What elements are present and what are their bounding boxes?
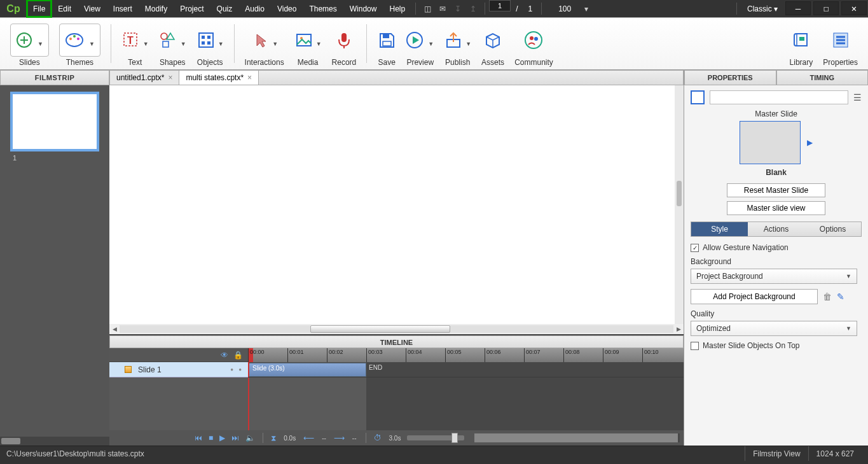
chevron-right-icon[interactable]: ▶ bbox=[807, 138, 813, 147]
menu-edit[interactable]: Edit bbox=[52, 0, 78, 17]
zoom-value[interactable]: 100 bbox=[546, 0, 579, 17]
ribbon-assets[interactable]: Assets bbox=[476, 20, 509, 67]
menu-quiz[interactable]: Quiz bbox=[210, 0, 239, 17]
status-view-mode: Filmstrip View bbox=[745, 446, 808, 461]
checkbox-checked-icon[interactable]: ✓ bbox=[691, 244, 699, 252]
scroll-right-icon[interactable]: ▶ bbox=[673, 326, 684, 332]
ribbon-text[interactable]: T▼ Text bbox=[116, 20, 154, 67]
ribbon-record[interactable]: Record bbox=[327, 20, 362, 67]
lock-icon[interactable]: 🔒 bbox=[233, 351, 243, 360]
timeline-row-label: Slide 1 bbox=[138, 365, 162, 374]
svg-point-26 bbox=[525, 32, 542, 48]
timeline-zoom-slider[interactable] bbox=[407, 435, 464, 440]
menu-view[interactable]: View bbox=[78, 0, 107, 17]
arrow-up-icon[interactable]: ↥ bbox=[465, 0, 481, 17]
menu-help[interactable]: Help bbox=[383, 0, 411, 17]
master-on-top-checkbox-row[interactable]: Master Slide Objects On Top bbox=[691, 341, 862, 350]
mute-icon[interactable]: 🔈 bbox=[244, 433, 256, 442]
checkbox-unchecked-icon[interactable] bbox=[691, 342, 699, 350]
menu-project[interactable]: Project bbox=[174, 0, 210, 17]
layout-icon[interactable]: ◫ bbox=[420, 0, 435, 17]
maximize-button[interactable]: ☐ bbox=[813, 1, 839, 15]
reset-master-slide-button[interactable]: Reset Master Slide bbox=[727, 183, 825, 197]
timeline-track[interactable]: Slide (3.0s) END bbox=[248, 362, 684, 377]
ribbon-save[interactable]: Save bbox=[372, 20, 401, 67]
ribbon-community[interactable]: Community bbox=[509, 20, 558, 67]
bracket-left-icon[interactable]: ⟵ bbox=[302, 433, 315, 442]
eye-icon[interactable]: 👁 bbox=[221, 351, 228, 360]
app-logo: Cp bbox=[0, 0, 27, 17]
scroll-left-icon[interactable]: ◀ bbox=[109, 326, 120, 332]
scrollbar-handle[interactable] bbox=[310, 325, 450, 333]
menu-file[interactable]: File bbox=[27, 0, 52, 17]
zoom-dropdown-icon[interactable]: ▾ bbox=[579, 0, 594, 17]
trash-icon[interactable]: 🗑 bbox=[823, 292, 832, 302]
tab-multi-states[interactable]: multi states.cptx*× bbox=[179, 71, 259, 85]
subtab-options[interactable]: Options bbox=[804, 222, 861, 236]
background-dropdown[interactable]: Project Background▼ bbox=[691, 269, 857, 284]
go-start-icon[interactable]: ⏮ bbox=[193, 433, 203, 442]
add-project-background-button[interactable]: Add Project Background bbox=[691, 289, 818, 304]
menu-insert[interactable]: Insert bbox=[107, 0, 139, 17]
timeline-clip-slide[interactable]: Slide (3.0s) bbox=[248, 363, 366, 377]
workspace-selector[interactable]: Classic ▾ bbox=[741, 0, 784, 17]
minimize-button[interactable]: — bbox=[785, 1, 811, 15]
arrow-down-icon[interactable]: ↧ bbox=[450, 0, 465, 17]
ribbon-publish[interactable]: ▼ Publish bbox=[439, 20, 476, 67]
filmstrip-panel: FILMSTRIP 1 bbox=[0, 70, 109, 446]
tab-properties[interactable]: PROPERTIES bbox=[684, 70, 776, 85]
master-slide-view-button[interactable]: Master slide view bbox=[727, 201, 825, 215]
ribbon-properties[interactable]: Properties bbox=[818, 20, 863, 67]
close-button[interactable]: ✕ bbox=[841, 1, 867, 15]
page-current-input[interactable] bbox=[489, 0, 511, 11]
ribbon-separator bbox=[111, 24, 111, 63]
timeline-scrollbar[interactable] bbox=[474, 433, 680, 442]
close-icon[interactable]: × bbox=[247, 73, 252, 82]
vertical-scrollbar[interactable] bbox=[677, 181, 682, 206]
slide-canvas[interactable] bbox=[109, 85, 684, 324]
allow-gesture-checkbox-row[interactable]: ✓ Allow Gesture Navigation bbox=[691, 243, 862, 252]
play-icon[interactable]: ▶ bbox=[218, 433, 226, 442]
timeline-ruler[interactable]: 00:00 00:01 00:02 00:03 00:04 00:05 00:0… bbox=[248, 348, 684, 362]
subtab-style[interactable]: Style bbox=[691, 222, 748, 236]
divider bbox=[541, 3, 542, 15]
menu-video[interactable]: Video bbox=[271, 0, 303, 17]
playhead-line[interactable] bbox=[248, 362, 249, 377]
ribbon-preview[interactable]: ▼ Preview bbox=[401, 20, 439, 67]
edit-icon[interactable]: ✎ bbox=[837, 292, 844, 302]
menu-modify[interactable]: Modify bbox=[139, 0, 174, 17]
close-icon[interactable]: × bbox=[168, 73, 172, 82]
ribbon-shapes[interactable]: ▼ Shapes bbox=[154, 20, 191, 67]
file-path: C:\Users\user1\Desktop\multi states.cptx bbox=[6, 449, 144, 458]
plus-circle-icon bbox=[16, 31, 35, 50]
tab-untitled1[interactable]: untitled1.cptx*× bbox=[110, 71, 179, 85]
filmstrip-scrollbar[interactable] bbox=[0, 437, 109, 446]
ribbon-media[interactable]: ▼ Media bbox=[289, 20, 327, 67]
menu-themes[interactable]: Themes bbox=[303, 0, 343, 17]
ribbon-slides[interactable]: ▼ Slides bbox=[5, 20, 54, 67]
menu-audio[interactable]: Audio bbox=[238, 0, 271, 17]
ribbon-interactions[interactable]: ▼ Interactions bbox=[240, 20, 289, 67]
bracket-right-icon[interactable]: ⟶ bbox=[333, 433, 346, 442]
ribbon-themes[interactable]: ▼ Themes bbox=[54, 20, 106, 67]
timeline-row-slide1[interactable]: Slide 1 ●● bbox=[109, 362, 248, 377]
document-tabs: untitled1.cptx*× multi states.cptx*× bbox=[109, 70, 684, 85]
quality-dropdown[interactable]: Optimized▼ bbox=[691, 321, 857, 336]
tab-timing[interactable]: TIMING bbox=[776, 70, 869, 85]
panel-menu-icon[interactable]: ☰ bbox=[853, 92, 862, 102]
object-name-input[interactable] bbox=[710, 90, 848, 104]
go-end-icon[interactable]: ⏭ bbox=[230, 433, 240, 442]
marker-start-icon[interactable]: ⧗ bbox=[270, 433, 277, 442]
playhead-line[interactable] bbox=[248, 377, 249, 430]
master-slide-thumbnail[interactable] bbox=[740, 121, 801, 164]
canvas-horizontal-scrollbar[interactable]: ◀ ▶ bbox=[109, 324, 684, 334]
mail-icon[interactable]: ✉ bbox=[435, 0, 450, 17]
subtab-actions[interactable]: Actions bbox=[748, 222, 804, 236]
slide-number: 1 bbox=[0, 154, 109, 162]
stop-icon[interactable]: ■ bbox=[207, 433, 214, 442]
slide-thumbnail-1[interactable] bbox=[10, 92, 99, 151]
clock-icon[interactable]: ⏱ bbox=[373, 433, 383, 442]
ribbon-library[interactable]: Library bbox=[785, 20, 818, 67]
ribbon-objects[interactable]: ▼ Objects bbox=[191, 20, 229, 67]
menu-window[interactable]: Window bbox=[343, 0, 383, 17]
